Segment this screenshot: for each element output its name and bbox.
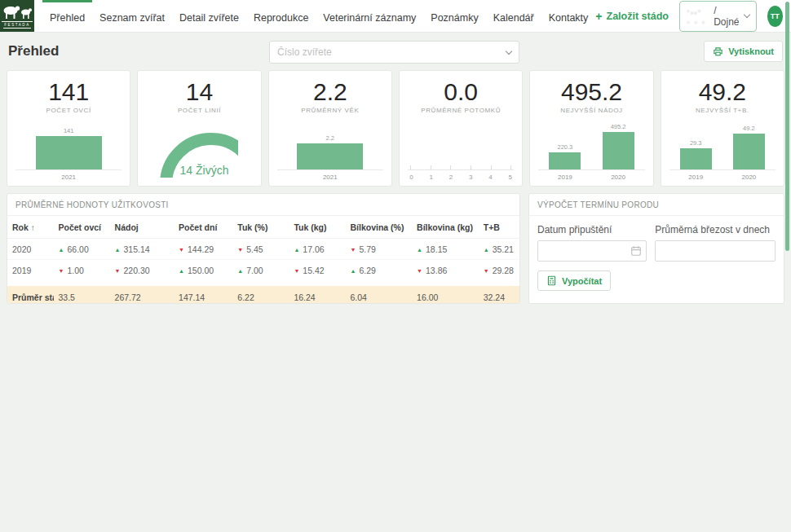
plus-icon: +: [595, 10, 602, 23]
stat-value: 2.2: [313, 78, 347, 105]
column-header-tuk-kg[interactable]: Tuk (kg): [289, 216, 345, 239]
bar-value-label: 2.2: [326, 134, 334, 142]
trend-up-icon: ▲: [115, 247, 121, 253]
axis-tick-label: 0: [408, 174, 415, 181]
column-header-t-b[interactable]: T+B: [479, 216, 519, 239]
column-header-rok[interactable]: Rok↑: [7, 216, 54, 239]
tab-reprodukce[interactable]: Reprodukce: [246, 0, 316, 33]
trend-down-icon: ▼: [294, 268, 299, 274]
stat-value: 0.0: [444, 78, 478, 105]
tab-poznamky[interactable]: Poznámky: [423, 0, 485, 33]
column-header-bilkovina[interactable]: Bílkovina (%): [345, 216, 412, 239]
footer-value-cell: 6.04: [345, 284, 412, 305]
value-cell: ▼5.45: [232, 239, 289, 260]
value-cell: ▲315.14: [110, 239, 175, 260]
stat-value: 495.2: [561, 78, 622, 105]
stat-cards: 141POČET OVCÍ141202114POČET LINIÍ14 Živý…: [7, 70, 784, 187]
table-row-2019: 2019▼1.00▼220.30▲150.00▲7.00▼15.42▲6.29▼…: [7, 260, 519, 284]
bar: [603, 132, 634, 169]
stat-label: PRŮMĚRNÝ VĚK: [301, 107, 359, 114]
column-header-tuk[interactable]: Tuk (%): [232, 216, 289, 239]
trend-down-icon: ▼: [59, 268, 64, 274]
stat-card-nejvyssi-nadoj: 495.2NEJVYŠŠÍ NÁDOJ220.3495.220192020: [529, 70, 653, 187]
bar-value-label: 29.3: [690, 139, 702, 147]
calculator-icon: [546, 275, 557, 286]
logo-divider: [2, 21, 33, 22]
create-herd-label: Založit stádo: [607, 11, 669, 22]
stat-card-pocet-linii: 14POČET LINIÍ14 Živých: [137, 70, 261, 187]
trend-up-icon: ▲: [484, 247, 489, 253]
trend-down-icon: ▼: [115, 268, 121, 274]
tab-seznam-zvirat[interactable]: Seznam zvířat: [92, 0, 172, 33]
value-cell: ▲17.06: [289, 239, 345, 260]
trend-up-icon: ▲: [179, 268, 184, 274]
birth-calculator-title: VÝPOČET TERMÍNU PORODU: [529, 194, 784, 216]
bar-value-label: 495.2: [611, 123, 626, 130]
footer-value-cell: 6.22: [232, 284, 289, 305]
column-header-nadoj[interactable]: Nádoj: [110, 216, 175, 239]
stat-card-prumerne-potomku: 0.0PRŮMĚRNÉ POTOMKŮ012345: [399, 70, 523, 187]
create-herd-button[interactable]: + Založit stádo: [595, 10, 669, 23]
mini-chart: 012345: [408, 123, 514, 181]
bar-value-label: 220.3: [558, 143, 573, 151]
value-cell: ▲6.29: [345, 260, 412, 284]
value-cell: ▲7.00: [232, 260, 289, 284]
tab-prehled[interactable]: Přehled: [42, 0, 92, 33]
calculate-button-label: Vypočítat: [562, 276, 602, 286]
animal-number-select[interactable]: [269, 41, 519, 64]
calculate-button[interactable]: Vypočítat: [537, 270, 611, 291]
stat-label: PRŮMĚRNÉ POTOMKŮ: [421, 107, 501, 114]
animal-number-input[interactable]: [277, 46, 506, 58]
column-header-pocet-dni[interactable]: Počet dní: [174, 216, 232, 239]
footer-value-cell: 33.5: [54, 284, 110, 305]
calendar-icon: [630, 245, 642, 257]
mini-chart: 2.22021: [277, 123, 383, 181]
year-cell: 2019: [7, 260, 54, 284]
value-cell: ▲18.15: [412, 239, 479, 260]
footer-value-cell: 147.14: [174, 284, 232, 305]
column-header-bilkovina-kg[interactable]: Bílkovina (kg): [412, 216, 479, 239]
value-cell: ▼5.79: [345, 239, 412, 260]
mating-date-label: Datum připuštění: [537, 224, 647, 235]
productivity-panel: PRŮMĚRNÉ HODNOTY UŽITKOVOSTI Rok↑Počet o…: [7, 193, 520, 304]
trend-up-icon: ▲: [417, 247, 422, 253]
print-button-label: Vytisknout: [728, 46, 774, 56]
tab-kontakty[interactable]: Kontakty: [541, 0, 596, 33]
axis-tick-label: 2019: [549, 174, 581, 181]
trend-down-icon: ▼: [417, 268, 422, 274]
bar: [36, 136, 102, 169]
page-title: Přehled: [8, 43, 59, 59]
mini-chart: 29.349.220192020: [669, 123, 776, 181]
stat-label: NEJVYŠŠÍ NÁDOJ: [560, 107, 622, 114]
vertical-scrollbar-thumb[interactable]: [785, 2, 789, 251]
value-cell: ▼144.29: [174, 239, 232, 260]
tab-veterinarni-zaznamy[interactable]: Veterinární záznamy: [316, 0, 423, 33]
trend-up-icon: ▲: [350, 268, 356, 274]
chevron-down-icon: [506, 47, 512, 54]
year-cell: 2020: [7, 239, 54, 260]
chevron-down-icon: [743, 11, 749, 18]
axis-tick-label: 2020: [603, 174, 634, 181]
print-button[interactable]: Vytisknout: [704, 41, 783, 62]
stat-value: 49.2: [699, 78, 746, 105]
tab-kalendar[interactable]: Kalendář: [486, 0, 541, 33]
gauge-arc: 14 Živých: [160, 133, 238, 178]
gauge-label: 14 Živých: [160, 164, 238, 177]
stat-card-nejvyssi-t-b: 49.2NEJVYŠŠÍ T+B.29.349.220192020: [661, 70, 784, 187]
trend-down-icon: ▼: [179, 247, 184, 253]
sheep-logo-icon: [0, 4, 34, 20]
user-avatar[interactable]: TT: [767, 6, 783, 27]
toolbar: Přehled Vytisknout: [7, 33, 784, 70]
tab-detail-zvirete[interactable]: Detail zvířete: [172, 0, 246, 33]
column-header-pocet-ovci[interactable]: Počet ovcí: [54, 216, 110, 239]
app-logo[interactable]: FESTADA: [0, 0, 34, 32]
top-header: FESTADA PřehledSeznam zvířatDetail zvíře…: [0, 0, 791, 33]
herd-select[interactable]: ·..· · · · / Dojné: [679, 1, 757, 32]
axis-tick-label: 2: [448, 174, 455, 181]
stat-label: POČET LINIÍ: [178, 107, 221, 114]
gestation-days-input[interactable]: [655, 240, 776, 262]
bar: [297, 143, 363, 169]
footer-value-cell: 16.24: [289, 284, 345, 305]
footer-value-cell: 32.24: [479, 284, 519, 305]
header-actions: + Založit stádo ·..· · · · / Dojné TT: [595, 0, 791, 32]
